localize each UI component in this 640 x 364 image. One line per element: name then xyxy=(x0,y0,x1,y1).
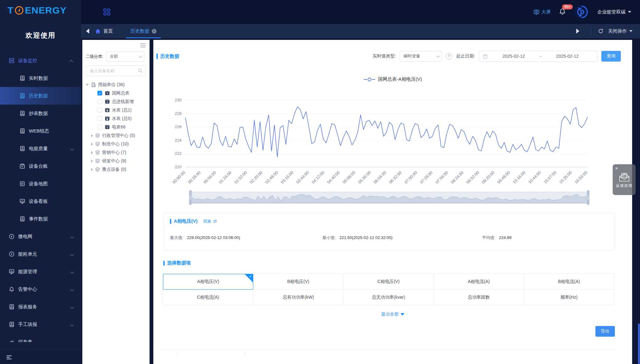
tree-group-制造中心 (10)[interactable]: 制造中心 (10) xyxy=(86,140,146,148)
caret-collapsed-icon[interactable] xyxy=(91,160,93,163)
tabs-scroll-right-button[interactable] xyxy=(576,29,587,34)
avatar[interactable] xyxy=(574,4,589,19)
help-icon[interactable]: ? xyxy=(446,53,452,60)
tree-group-研发中心 (9)[interactable]: 研发中心 (9) xyxy=(86,157,146,165)
close-operations-dropdown[interactable]: 关闭操作 xyxy=(608,28,632,34)
data-item-cell-总功率因数[interactable]: 总功率因数 xyxy=(434,290,524,305)
data-item-label: A相电流(A) xyxy=(468,279,490,285)
date-from-value[interactable]: 2025-02-12 xyxy=(488,54,540,59)
sidebar-item-设备地图[interactable]: D设备地图 xyxy=(0,175,81,193)
datazoom-handle[interactable] xyxy=(189,190,192,205)
data-item-cell-A相电流(A)[interactable]: A相电流(A) xyxy=(434,274,524,290)
caret-expanded-icon[interactable] xyxy=(86,84,89,86)
x-axis-tick-label: 09:48:00 xyxy=(496,170,511,185)
caret-collapsed-icon[interactable] xyxy=(91,151,93,154)
y-axis-tick-label: 230 xyxy=(175,98,182,102)
tree-device-总进线新增[interactable]: 总进线新增 xyxy=(86,97,146,106)
logo-flame-icon xyxy=(14,6,24,15)
data-item-cell-C相电压(V)[interactable]: C相电压(V) xyxy=(343,274,434,290)
sidebar-item-设备监控[interactable]: 设备监控 xyxy=(0,52,81,69)
caret-collapsed-icon[interactable] xyxy=(91,168,93,171)
sidebar-item-设备台账[interactable]: 设备台账 xyxy=(0,157,81,175)
switch-series-link[interactable]: 切换 xyxy=(203,219,217,224)
tree-group-行政管理中心 (5)[interactable]: 行政管理中心 (5) xyxy=(86,131,146,140)
leaf-icon xyxy=(9,339,14,342)
data-item-cell-总有功功率(kW)[interactable]: 总有功功率(kW) xyxy=(253,290,343,305)
home-tab[interactable]: 首页 xyxy=(95,28,113,34)
data-item-cell-B相电压(V)[interactable]: B相电压(V) xyxy=(253,274,343,290)
tabbar-divider xyxy=(591,27,592,35)
sidebar-item-微电网[interactable]: 微电网 xyxy=(0,228,81,245)
sidebar-item-电能质量[interactable]: 电能质量 xyxy=(0,140,81,157)
data-item-cell-总无功功率(kvar)[interactable]: 总无功功率(kvar) xyxy=(343,290,434,305)
tree-device-水表 (总5)[interactable]: 水表 (总5) xyxy=(86,114,146,123)
device-checkbox[interactable] xyxy=(97,108,102,112)
export-button[interactable]: 导出 xyxy=(595,326,615,337)
date-to-value[interactable]: 2025-02-12 xyxy=(541,54,594,59)
apps-grid-icon[interactable] xyxy=(103,8,111,16)
y-axis-tick-label: 226 xyxy=(175,124,182,129)
tree-device-水表 (总1)[interactable]: 水表 (总1) xyxy=(86,106,146,114)
category-select[interactable]: 全部 xyxy=(106,52,144,62)
refresh-icon[interactable] xyxy=(598,28,604,34)
device-checkbox[interactable]: ✓ xyxy=(97,91,102,95)
sidebar-item-WEB组态[interactable]: WEB组态 xyxy=(0,122,81,140)
sidebar-item-能源管理[interactable]: 能源管理 xyxy=(0,263,81,280)
tree-group-营销中心 (7)[interactable]: 营销中心 (7) xyxy=(86,148,146,157)
caret-collapsed-icon[interactable] xyxy=(91,134,93,137)
tree-collapse-icon[interactable] xyxy=(86,43,146,48)
category-value: 全部 xyxy=(110,54,118,59)
tab-close-icon[interactable]: × xyxy=(152,29,156,34)
device-checkbox[interactable] xyxy=(97,99,102,104)
legend-series-name: 国网总表-A相电压(V) xyxy=(378,76,422,82)
datazoom-handle[interactable] xyxy=(587,190,589,205)
line-chart[interactable]: 23022822622422222000:00:0000:28:0000:56:… xyxy=(153,82,632,187)
sidebar-item-设备看板[interactable]: 设备看板 xyxy=(0,193,81,210)
device-checkbox[interactable] xyxy=(97,125,102,129)
sidebar-item-历史数据[interactable]: 历史数据 xyxy=(0,87,81,105)
value-type-select[interactable]: 瞬时变量 xyxy=(400,51,442,62)
caret-collapsed-icon[interactable] xyxy=(91,143,93,146)
tree-device-电表66[interactable]: 电表66 xyxy=(86,123,146,131)
chart-legend[interactable]: 国网总表-A相电压(V) xyxy=(153,76,632,82)
sidebar-item-能耗单元[interactable]: 能耗单元 xyxy=(0,245,81,263)
big-screen-button[interactable]: 大屏 xyxy=(533,9,551,15)
tree-group-重点设备 (0)[interactable]: 重点设备 (0) xyxy=(86,165,146,174)
sidebar-item-事件数据[interactable]: 事件数据 xyxy=(0,210,81,228)
sidebar-footer xyxy=(0,351,81,364)
tree-group-label: 制造中心 (10) xyxy=(102,141,129,147)
feedback-widget[interactable]: × 反馈咨询 xyxy=(613,164,636,195)
sidebar-item-label: WEB组态 xyxy=(29,128,49,134)
data-item-cell-频率(Hz)[interactable]: 频率(Hz) xyxy=(524,290,614,305)
menu-collapse-icon[interactable] xyxy=(6,355,12,360)
data-item-cell-B相电流(A)[interactable]: B相电流(A) xyxy=(524,274,614,290)
tree-group-label: 行政管理中心 (5) xyxy=(102,133,135,139)
device-search-input[interactable] xyxy=(89,68,138,73)
chart-datazoom-slider[interactable] xyxy=(189,190,590,205)
feedback-close-icon[interactable]: × xyxy=(615,166,618,171)
data-item-cell-A相电压(V)[interactable]: A相电压(V)✓ xyxy=(163,274,253,290)
sidebar-item-实时数据[interactable]: 实时数据 xyxy=(0,69,81,87)
device-checkbox[interactable] xyxy=(97,116,102,121)
chevron-down-icon xyxy=(70,235,74,238)
notifications-button[interactable]: 99+ xyxy=(559,8,566,16)
show-all-toggle[interactable]: 显示全部 xyxy=(153,312,632,317)
sidebar-item-手工填报[interactable]: 手工填报 xyxy=(0,316,81,333)
data-item-cell-C相电流(A)[interactable]: C相电流(A) xyxy=(163,290,253,305)
chevron-down-icon xyxy=(70,340,74,342)
scrollbar-thumb[interactable] xyxy=(638,323,640,364)
sidebar-item-碳盘查[interactable]: 碳盘查 xyxy=(0,333,81,342)
date-range-picker[interactable]: 2025-02-12 - 2025-02-12 xyxy=(479,51,598,62)
sidebar-item-告警中心[interactable]: 告警中心 xyxy=(0,280,81,298)
tab-label: 历史数据 xyxy=(130,28,149,34)
query-button[interactable]: 查询 xyxy=(601,51,621,62)
tree-node-root[interactable]: 用能单位 (36) xyxy=(86,80,146,89)
tabs-scroll-left-button[interactable] xyxy=(86,29,89,34)
sidebar-item-抄表数据[interactable]: 抄表数据 xyxy=(0,105,81,122)
tab-history-data[interactable]: 历史数据 × xyxy=(126,24,161,38)
org-switcher[interactable]: 企业能管双碳 xyxy=(597,9,631,15)
sidebar-item-报表服务[interactable]: 报表服务 xyxy=(0,298,81,316)
layers-icon xyxy=(95,141,100,147)
tree-device-国网总表[interactable]: ✓国网总表 xyxy=(86,89,146,97)
sidebar-item-label: 设备监控 xyxy=(18,58,37,64)
